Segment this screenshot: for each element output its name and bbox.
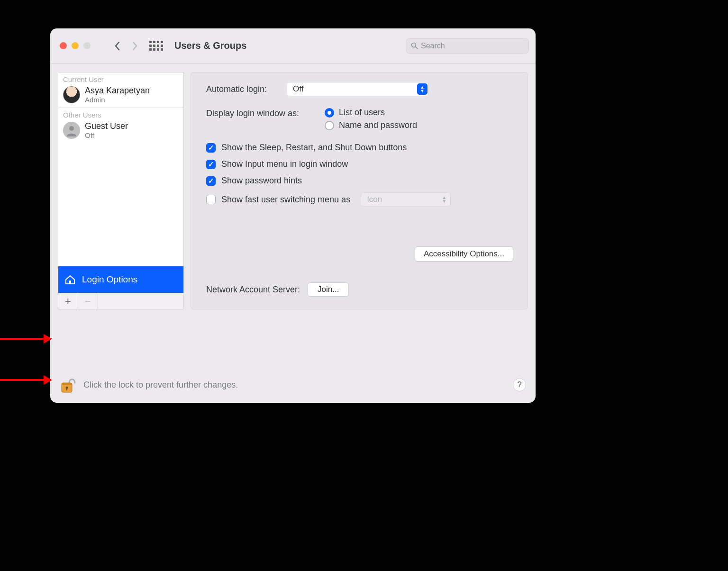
forward-button bbox=[128, 38, 141, 54]
radio-list-of-users[interactable]: List of users bbox=[325, 108, 417, 118]
user-list: Current User Asya Karapetyan Admin Other… bbox=[58, 72, 184, 293]
radio-name-and-password[interactable]: Name and password bbox=[325, 120, 417, 130]
help-button[interactable]: ? bbox=[513, 378, 526, 391]
fast-user-switching-dropdown: Icon ▲▼ bbox=[361, 192, 451, 207]
lock-hint-text: Click the lock to prevent further change… bbox=[83, 380, 238, 390]
user-role: Off bbox=[85, 131, 128, 139]
display-login-window-label: Display login window as: bbox=[206, 108, 325, 133]
checkbox-label: Show password hints bbox=[221, 176, 302, 186]
close-window-button[interactable] bbox=[60, 42, 67, 49]
remove-user-button: − bbox=[78, 293, 98, 309]
chevron-right-icon bbox=[131, 41, 138, 51]
zoom-window-button[interactable] bbox=[83, 42, 91, 49]
radio-label: Name and password bbox=[339, 120, 417, 130]
updown-stepper-icon: ▲▼ bbox=[442, 196, 446, 203]
settings-panel: Automatic login: Off ▲▼ Display login wi… bbox=[191, 72, 528, 309]
fast-switch-value: Icon bbox=[367, 195, 382, 204]
radio-label: List of users bbox=[339, 108, 385, 118]
user-role: Admin bbox=[85, 96, 150, 104]
accessibility-options-button[interactable]: Accessibility Options... bbox=[415, 246, 513, 262]
search-field[interactable] bbox=[406, 38, 529, 54]
checkbox-input-menu[interactable]: Show Input menu in login window bbox=[206, 159, 515, 169]
login-options-row[interactable]: Login Options bbox=[58, 266, 183, 293]
avatar bbox=[63, 86, 80, 103]
titlebar: Users & Groups bbox=[50, 28, 536, 63]
checkbox-icon bbox=[206, 143, 216, 153]
svg-rect-3 bbox=[69, 281, 71, 284]
updown-stepper-icon: ▲▼ bbox=[417, 83, 428, 95]
automatic-login-value: Off bbox=[293, 84, 303, 94]
avatar bbox=[63, 122, 80, 139]
add-remove-bar: + − bbox=[58, 293, 184, 309]
other-users-heading: Other Users bbox=[58, 108, 183, 120]
annotation-arrow-add-button bbox=[0, 338, 51, 340]
guest-silhouette-icon bbox=[65, 124, 78, 136]
radio-icon bbox=[325, 108, 334, 118]
annotation-arrow-lock-button bbox=[0, 379, 51, 381]
checkbox-label: Show fast user switching menu as bbox=[221, 195, 350, 205]
svg-line-1 bbox=[416, 47, 418, 49]
svg-rect-7 bbox=[66, 388, 67, 390]
radio-icon bbox=[325, 121, 334, 130]
automatic-login-label: Automatic login: bbox=[206, 84, 287, 94]
svg-rect-5 bbox=[62, 383, 72, 385]
checkbox-password-hints[interactable]: Show password hints bbox=[206, 176, 515, 186]
svg-point-0 bbox=[412, 43, 416, 47]
system-preferences-window: Users & Groups Current User Asya Karapet… bbox=[50, 28, 536, 403]
join-button[interactable]: Join... bbox=[308, 282, 349, 297]
back-button[interactable] bbox=[111, 38, 124, 54]
checkbox-icon bbox=[206, 160, 216, 169]
network-account-server-label: Network Account Server: bbox=[206, 285, 300, 295]
checkbox-fast-user-switching[interactable] bbox=[206, 195, 216, 204]
show-all-preferences-button[interactable] bbox=[149, 41, 163, 51]
house-icon bbox=[64, 273, 76, 286]
automatic-login-dropdown[interactable]: Off ▲▼ bbox=[287, 82, 429, 96]
user-name: Asya Karapetyan bbox=[85, 86, 150, 96]
svg-point-2 bbox=[69, 126, 74, 131]
user-name: Guest User bbox=[85, 122, 128, 131]
window-title: Users & Groups bbox=[174, 40, 401, 51]
current-user-row[interactable]: Asya Karapetyan Admin bbox=[58, 84, 183, 108]
window-controls bbox=[60, 42, 91, 49]
unlocked-padlock-icon bbox=[59, 375, 76, 394]
chevron-left-icon bbox=[114, 41, 121, 51]
footer: Click the lock to prevent further change… bbox=[59, 373, 526, 396]
search-input[interactable] bbox=[421, 42, 524, 50]
checkbox-icon bbox=[206, 176, 216, 186]
sidebar: Current User Asya Karapetyan Admin Other… bbox=[58, 72, 184, 309]
checkbox-label: Show the Sleep, Restart, and Shut Down b… bbox=[221, 143, 407, 153]
checkbox-sleep-restart-shutdown[interactable]: Show the Sleep, Restart, and Shut Down b… bbox=[206, 143, 515, 153]
add-user-button[interactable]: + bbox=[58, 293, 78, 309]
content-area: Current User Asya Karapetyan Admin Other… bbox=[50, 63, 536, 315]
search-icon bbox=[411, 42, 418, 49]
minimize-window-button[interactable] bbox=[72, 42, 79, 49]
current-user-heading: Current User bbox=[58, 73, 183, 84]
login-options-label: Login Options bbox=[82, 274, 137, 285]
checkbox-label: Show Input menu in login window bbox=[221, 159, 348, 169]
lock-button[interactable] bbox=[59, 375, 76, 394]
other-user-row[interactable]: Guest User Off bbox=[58, 120, 183, 143]
